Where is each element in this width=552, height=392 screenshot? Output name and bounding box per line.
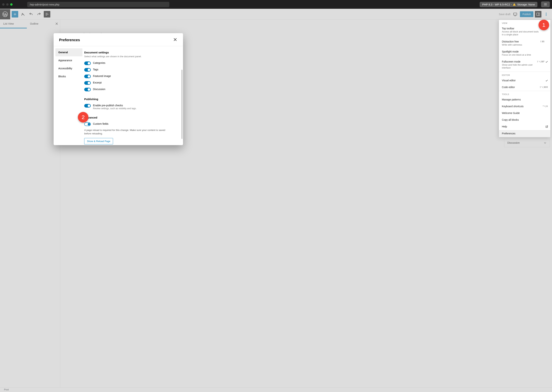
menu-item-label: Manage patterns bbox=[502, 98, 547, 101]
app-menu-button[interactable] bbox=[541, 1, 550, 7]
reload-notice: A page reload is required for this chang… bbox=[84, 129, 168, 135]
preferences-modal: Preferences General Appearance Accessibi… bbox=[54, 33, 183, 145]
toggle-prepublish-checks[interactable] bbox=[84, 104, 91, 108]
menu-item-welcome-guide[interactable]: Welcome Guide bbox=[499, 110, 550, 117]
nav-general[interactable]: General bbox=[56, 48, 82, 56]
toggle-custom-fields[interactable] bbox=[84, 122, 91, 126]
menu-group-editor: Editor bbox=[499, 72, 550, 77]
menu-item-label: Copy all blocks bbox=[502, 119, 547, 121]
menu-item-shortcut: ⇧⌥⌘M bbox=[539, 86, 548, 88]
url-bar[interactable]: /wp-admin/post-new.php bbox=[27, 2, 169, 7]
section-advanced: Advanced bbox=[84, 116, 178, 119]
nav-appearance[interactable]: Appearance bbox=[56, 56, 82, 64]
toggle-sublabel: Review settings, such as visibility and … bbox=[93, 107, 137, 110]
env-storage-text: Storage: None bbox=[517, 3, 535, 6]
env-status-badge: PHP 8.3 - WP 6.5-RC2 - Storage: None bbox=[480, 2, 538, 7]
scrollbar[interactable] bbox=[182, 70, 182, 139]
annotation-badge-2: 2 bbox=[78, 112, 88, 123]
menu-item-label: Help bbox=[502, 125, 547, 128]
window-controls bbox=[2, 3, 13, 6]
section-document-settings: Document settings bbox=[84, 51, 178, 54]
toggle-label: Custom fields bbox=[93, 122, 108, 125]
toggle-label: Categories bbox=[93, 62, 105, 64]
preferences-nav: General Appearance Accessibility Blocks bbox=[54, 46, 84, 145]
section-desc: Select what settings are shown in the do… bbox=[84, 55, 178, 58]
close-window-icon[interactable] bbox=[2, 3, 5, 6]
modal-title: Preferences bbox=[59, 38, 80, 42]
section-publishing: Publishing bbox=[84, 98, 178, 101]
macos-titlebar: /wp-admin/post-new.php PHP 8.3 - WP 6.5-… bbox=[0, 0, 552, 9]
annotation-badge-1: 1 bbox=[538, 20, 549, 30]
menu-item-help[interactable]: Help bbox=[499, 123, 550, 130]
menu-item-label: Visual editor bbox=[502, 79, 547, 82]
menu-item-label: Welcome Guide bbox=[502, 112, 547, 114]
preferences-general-panel: Document settings Select what settings a… bbox=[84, 46, 183, 145]
toggle-label: Enable pre-publish checks bbox=[93, 104, 137, 107]
env-status-text: PHP 8.3 - WP 6.5-RC2 - bbox=[482, 3, 512, 6]
menu-item-label: Spotlight mode bbox=[502, 50, 547, 53]
menu-item-spotlight[interactable]: Spotlight mode Focus on one block at a t… bbox=[499, 49, 550, 58]
menu-item-visual-editor[interactable]: Visual editor bbox=[499, 77, 550, 84]
menu-item-copy-all-blocks[interactable]: Copy all blocks bbox=[499, 117, 550, 123]
menu-group-tools: Tools bbox=[499, 91, 550, 97]
show-reload-button[interactable]: Show & Reload Page bbox=[84, 138, 113, 144]
external-link-icon bbox=[545, 125, 548, 129]
minimize-window-icon[interactable] bbox=[6, 3, 8, 6]
check-icon bbox=[545, 60, 548, 64]
menu-item-desc: Focus on one block at a time bbox=[502, 53, 540, 56]
menu-item-code-editor[interactable]: Code editor ⇧⌥⌘M bbox=[499, 84, 550, 91]
menu-item-desc: Access all block and document tools in a… bbox=[502, 30, 540, 36]
zoom-window-icon[interactable] bbox=[10, 3, 13, 6]
nav-accessibility[interactable]: Accessibility bbox=[56, 64, 82, 72]
check-icon bbox=[545, 79, 548, 83]
toggle-featured-image[interactable] bbox=[84, 75, 91, 78]
menu-item-distraction-free[interactable]: Distraction free Write with calmness ⇧⌘\ bbox=[499, 38, 550, 49]
toggle-label: Tags bbox=[93, 68, 98, 71]
warning-icon bbox=[513, 3, 516, 6]
toggle-label: Discussion bbox=[93, 88, 105, 91]
menu-item-preferences[interactable]: Preferences bbox=[499, 130, 550, 137]
menu-item-shortcut: ⇧⌘\ bbox=[540, 40, 545, 43]
menu-item-keyboard-shortcuts[interactable]: Keyboard shortcuts ^⌥H bbox=[499, 103, 550, 110]
toggle-discussion[interactable] bbox=[84, 88, 91, 91]
menu-item-manage-patterns[interactable]: Manage patterns bbox=[499, 97, 550, 103]
toggle-tags[interactable] bbox=[84, 68, 91, 72]
menu-item-desc: Write with calmness bbox=[502, 43, 540, 46]
nav-blocks[interactable]: Blocks bbox=[56, 72, 82, 80]
toggle-label: Excerpt bbox=[93, 81, 102, 84]
options-dropdown: View Top toolbar Access all block and do… bbox=[499, 20, 551, 137]
menu-item-shortcut: ⇧⌥⌘F bbox=[537, 60, 545, 63]
toggle-label: Featured image bbox=[93, 75, 111, 77]
menu-item-label: Preferences bbox=[502, 132, 547, 135]
toggle-excerpt[interactable] bbox=[84, 81, 91, 85]
menu-item-shortcut: ^⌥H bbox=[543, 105, 548, 108]
menu-item-label: Keyboard shortcuts bbox=[502, 105, 547, 108]
menu-item-fullscreen[interactable]: Fullscreen mode Show and hide the admin … bbox=[499, 58, 550, 72]
close-modal-button[interactable] bbox=[173, 37, 178, 43]
menu-item-desc: Show and hide the admin user interface bbox=[502, 63, 540, 70]
toggle-categories[interactable] bbox=[84, 62, 91, 65]
